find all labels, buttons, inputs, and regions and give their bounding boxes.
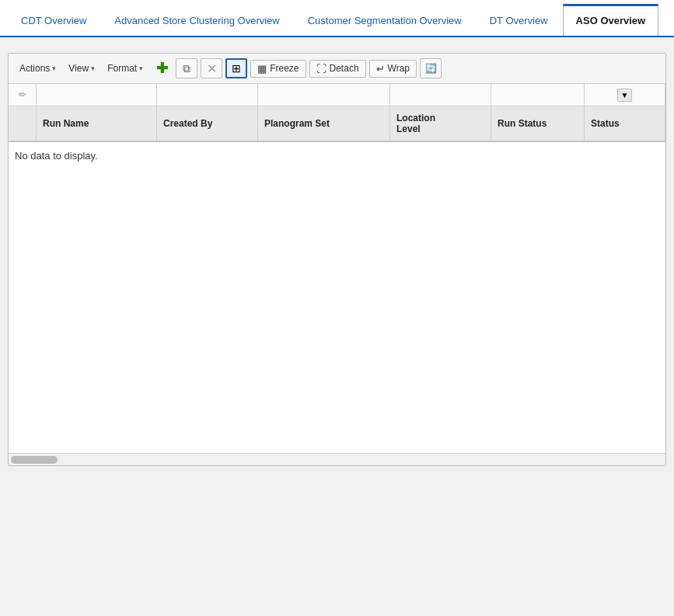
wrap-button[interactable]: ↵ Wrap <box>369 60 417 78</box>
pencil-icon: ✏ <box>19 89 26 100</box>
tab-cdt-overview[interactable]: CDT Overview <box>8 5 100 36</box>
scroll-thumb[interactable] <box>11 456 58 464</box>
toolbar: Actions ▾ View ▾ Format ▾ ✚ ⧉ <box>9 54 665 84</box>
wrap-label: Wrap <box>388 63 410 74</box>
format-button[interactable]: Format ▾ <box>103 61 148 76</box>
filter-row: ✏ ▼ <box>9 84 665 106</box>
filter-run-status-input[interactable] <box>491 88 584 102</box>
filter-location-level-cell <box>390 84 491 106</box>
view-button[interactable]: View ▾ <box>64 61 100 76</box>
edit-grid-button[interactable]: ⊞ <box>225 58 247 78</box>
format-label: Format <box>107 63 137 74</box>
filter-run-name-input[interactable] <box>37 88 156 102</box>
freeze-button[interactable]: ▦ Freeze <box>250 60 306 78</box>
tab-bar: CDT Overview Advanced Store Clustering O… <box>0 0 674 37</box>
filter-status-dropdown-cell: ▼ <box>585 84 665 106</box>
column-header-row: Run Name Created By Planogram Set Locati… <box>9 106 665 142</box>
detach-icon: ⛶ <box>316 63 327 75</box>
filter-pencil-cell: ✏ <box>9 84 37 106</box>
actions-chevron-icon: ▾ <box>52 64 56 72</box>
header-icon-cell <box>9 106 37 141</box>
actions-label: Actions <box>19 63 50 74</box>
header-run-status[interactable]: Run Status <box>491 106 585 141</box>
tab-aso-overview[interactable]: ASO Overview <box>563 4 659 37</box>
scroll-nav-button[interactable]: 🔄 <box>420 58 442 78</box>
view-label: View <box>68 63 89 74</box>
data-area: No data to display. <box>9 142 665 453</box>
detach-label: Detach <box>330 63 359 74</box>
filter-planogram-set-input[interactable] <box>258 88 389 102</box>
duplicate-icon: ⧉ <box>183 62 190 75</box>
tab-asc-overview[interactable]: Advanced Store Clustering Overview <box>101 5 292 36</box>
add-icon: ✚ <box>156 60 168 77</box>
detach-button[interactable]: ⛶ Detach <box>309 60 366 78</box>
header-location-level[interactable]: LocationLevel <box>390 106 491 141</box>
wrap-icon: ↵ <box>376 63 385 75</box>
filter-created-by-cell <box>157 84 258 106</box>
actions-button[interactable]: Actions ▾ <box>15 61 61 76</box>
add-button[interactable]: ✚ <box>151 58 173 78</box>
delete-icon: ✕ <box>207 61 217 76</box>
freeze-label: Freeze <box>270 63 299 74</box>
edit-grid-icon: ⊞ <box>232 62 241 75</box>
header-created-by[interactable]: Created By <box>157 106 258 141</box>
header-status[interactable]: Status <box>585 106 665 141</box>
filter-run-status-cell <box>491 84 585 106</box>
header-planogram-set[interactable]: Planogram Set <box>258 106 390 141</box>
no-data-message: No data to display. <box>15 150 98 162</box>
filter-status-dropdown-button[interactable]: ▼ <box>617 89 633 102</box>
view-chevron-icon: ▾ <box>91 64 95 72</box>
delete-button[interactable]: ✕ <box>201 58 222 78</box>
freeze-icon: ▦ <box>257 63 267 75</box>
header-location-level-text: LocationLevel <box>396 113 435 134</box>
tab-dt-overview[interactable]: DT Overview <box>477 5 561 36</box>
filter-created-by-input[interactable] <box>157 88 257 102</box>
tab-cs-overview[interactable]: Customer Segmentation Overview <box>295 5 475 36</box>
filter-run-name-cell <box>37 84 157 106</box>
header-run-name[interactable]: Run Name <box>37 106 157 141</box>
filter-location-level-input[interactable] <box>390 88 491 102</box>
duplicate-button[interactable]: ⧉ <box>176 58 197 78</box>
content-area: Actions ▾ View ▾ Format ▾ ✚ ⧉ <box>0 37 674 616</box>
scroll-area[interactable] <box>9 453 665 465</box>
filter-planogram-set-cell <box>258 84 390 106</box>
table-panel: Actions ▾ View ▾ Format ▾ ✚ ⧉ <box>8 53 666 466</box>
format-chevron-icon: ▾ <box>139 64 143 72</box>
nav-icon: 🔄 <box>425 63 437 74</box>
